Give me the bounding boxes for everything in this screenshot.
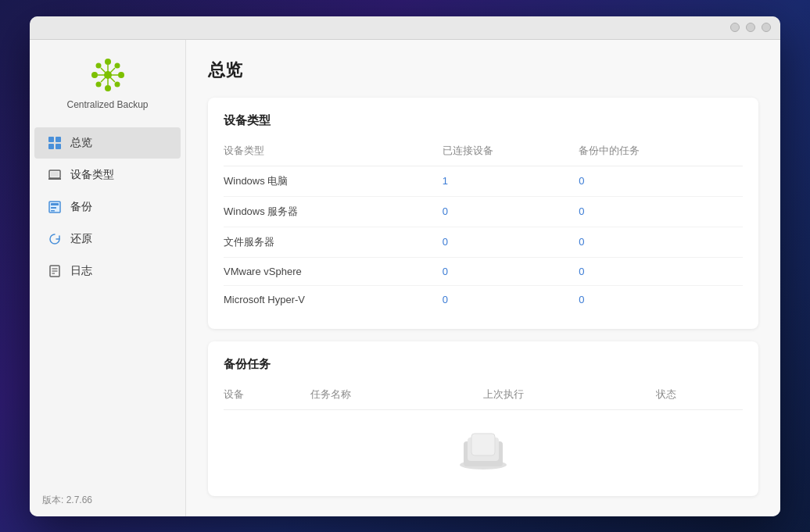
backup-task-table-head: 设备 任务名称 上次执行 状态 xyxy=(224,383,743,410)
svg-rect-17 xyxy=(48,137,54,142)
device-type-card: 设备类型 设备类型 已连接设备 备份中的任务 Windows 电脑 1 0 Wi… xyxy=(208,98,758,329)
maximize-button[interactable]: □ xyxy=(746,23,755,32)
svg-rect-20 xyxy=(56,144,61,149)
cell-device-type[interactable]: 文件服务器 xyxy=(224,227,443,257)
col-header-tasks: 备份中的任务 xyxy=(579,139,743,166)
app-window: − □ × xyxy=(30,16,780,516)
cell-device-type[interactable]: VMware vSphere xyxy=(224,257,443,285)
device-type-table-body: Windows 电脑 1 0 Windows 服务器 0 0 文件服务器 0 0… xyxy=(224,166,743,313)
version-label: 版本: 2.7.66 xyxy=(30,484,185,516)
svg-point-6 xyxy=(114,62,120,68)
col-header-device-type: 设备类型 xyxy=(224,139,443,166)
svg-rect-25 xyxy=(51,203,59,205)
cell-connected[interactable]: 0 xyxy=(443,227,579,257)
svg-point-4 xyxy=(118,72,124,78)
sidebar-app-name: Centralized Backup xyxy=(66,99,148,112)
sidebar-nav: 总览 设备类型 xyxy=(30,123,185,452)
device-icon xyxy=(47,167,63,183)
svg-point-2 xyxy=(105,85,111,91)
empty-state-illustration xyxy=(224,410,743,480)
backup-task-card: 备份任务 设备 任务名称 上次执行 状态 xyxy=(208,341,758,496)
svg-rect-35 xyxy=(471,434,495,455)
col-header-device: 设备 xyxy=(224,383,310,410)
nav-label-backup: 备份 xyxy=(70,200,92,214)
table-row: Windows 服务器 0 0 xyxy=(224,196,743,227)
col-header-last-run: 上次执行 xyxy=(483,383,656,410)
col-header-task-name: 任务名称 xyxy=(310,383,483,410)
svg-point-1 xyxy=(105,59,111,65)
sidebar-item-overview[interactable]: 总览 xyxy=(34,127,181,159)
nav-label-device-type: 设备类型 xyxy=(70,168,114,182)
svg-point-5 xyxy=(95,62,101,68)
sidebar-logo: Centralized Backup xyxy=(30,40,185,124)
cell-device-type[interactable]: Windows 电脑 xyxy=(224,166,443,196)
sidebar-item-device-type[interactable]: 设备类型 xyxy=(34,159,181,191)
grid-icon xyxy=(47,135,63,151)
cell-tasks[interactable]: 0 xyxy=(579,257,743,285)
page-title: 总览 xyxy=(208,59,758,82)
table-header-row: 设备类型 已连接设备 备份中的任务 xyxy=(224,139,743,166)
backup-icon xyxy=(47,199,63,215)
app-body: Centralized Backup 总览 xyxy=(30,40,780,516)
col-header-connected: 已连接设备 xyxy=(443,139,579,166)
nav-label-restore: 还原 xyxy=(70,232,92,246)
cell-tasks[interactable]: 0 xyxy=(579,196,743,227)
svg-rect-23 xyxy=(48,178,61,180)
sidebar: Centralized Backup 总览 xyxy=(30,40,186,516)
app-logo-icon xyxy=(88,55,127,95)
svg-rect-22 xyxy=(51,172,59,177)
device-type-card-title: 设备类型 xyxy=(224,113,743,128)
cell-device-type[interactable]: Microsoft Hyper-V xyxy=(224,285,443,313)
svg-point-8 xyxy=(114,81,120,87)
table-row: Microsoft Hyper-V 0 0 xyxy=(224,285,743,313)
main-content: 总览 设备类型 设备类型 已连接设备 备份中的任务 Windows 电脑 1 xyxy=(186,40,780,516)
restore-icon xyxy=(47,231,63,247)
backup-table-header-row: 设备 任务名称 上次执行 状态 xyxy=(224,383,743,410)
table-row: VMware vSphere 0 0 xyxy=(224,257,743,285)
cell-device-type[interactable]: Windows 服务器 xyxy=(224,196,443,227)
cell-tasks[interactable]: 0 xyxy=(579,166,743,196)
minimize-button[interactable]: − xyxy=(730,23,740,32)
device-type-table-head: 设备类型 已连接设备 备份中的任务 xyxy=(224,139,743,166)
cell-tasks[interactable]: 0 xyxy=(579,227,743,257)
nav-label-log: 日志 xyxy=(70,264,92,278)
cell-tasks[interactable]: 0 xyxy=(579,285,743,313)
svg-point-3 xyxy=(91,72,98,78)
svg-rect-18 xyxy=(56,137,61,142)
nav-label-overview: 总览 xyxy=(70,136,92,150)
cell-connected[interactable]: 0 xyxy=(443,257,579,285)
table-row: 文件服务器 0 0 xyxy=(224,227,743,257)
device-type-table: 设备类型 已连接设备 备份中的任务 Windows 电脑 1 0 Windows… xyxy=(224,139,743,313)
title-bar: − □ × xyxy=(30,16,780,40)
backup-task-card-title: 备份任务 xyxy=(224,357,743,372)
cell-connected[interactable]: 0 xyxy=(443,196,579,227)
svg-point-7 xyxy=(95,81,101,87)
close-button[interactable]: × xyxy=(762,23,771,32)
sidebar-item-log[interactable]: 日志 xyxy=(34,255,181,287)
sidebar-item-backup[interactable]: 备份 xyxy=(34,191,181,223)
svg-rect-26 xyxy=(51,207,56,209)
cell-connected[interactable]: 1 xyxy=(443,166,579,196)
svg-rect-27 xyxy=(51,210,55,212)
backup-task-table: 设备 任务名称 上次执行 状态 xyxy=(224,383,743,410)
table-row: Windows 电脑 1 0 xyxy=(224,166,743,196)
cell-connected[interactable]: 0 xyxy=(443,285,579,313)
svg-rect-19 xyxy=(48,144,54,149)
col-header-status: 状态 xyxy=(656,383,743,410)
log-icon xyxy=(47,263,63,279)
sidebar-item-restore[interactable]: 还原 xyxy=(34,223,181,255)
